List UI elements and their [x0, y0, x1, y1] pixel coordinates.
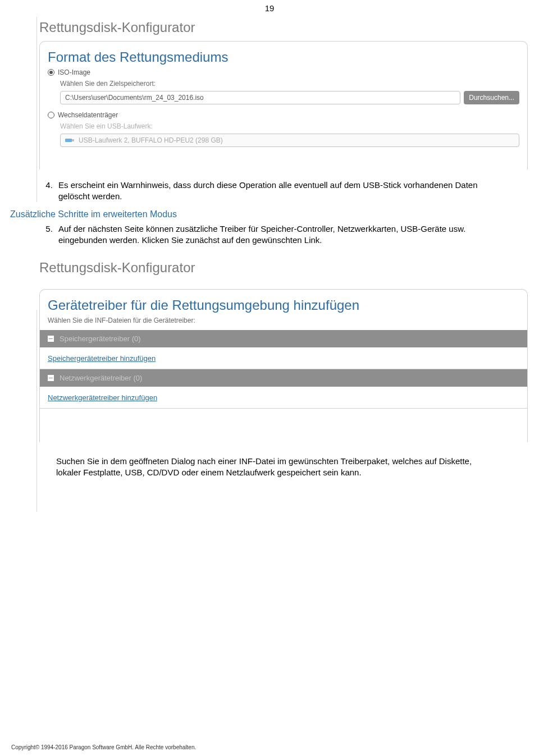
target-path-input[interactable]: C:\Users\user\Documents\rm_24_03_2016.is…	[60, 91, 460, 104]
network-driver-group-header[interactable]: Netzwerkgerätetreiber (0)	[40, 369, 527, 387]
post-instruction-text: Suchen Sie in dem geöffneten Dialog nach…	[56, 456, 494, 479]
decorative-rule	[36, 310, 37, 512]
window-title-2: Rettungsdisk-Konfigurator	[0, 251, 539, 281]
step-5: Auf der nächsten Seite können zusätzlich…	[55, 223, 494, 246]
collapse-icon	[48, 336, 54, 342]
add-network-driver-link[interactable]: Netzwerkgerätetreiber hinzufügen	[48, 393, 157, 402]
window-title-1: Rettungsdisk-Konfigurator	[0, 16, 539, 41]
list-item: Netzwerkgerätetreiber hinzufügen	[40, 387, 527, 409]
network-driver-group-label: Netzwerkgerätetreiber (0)	[60, 374, 142, 382]
instruction-block: Es erscheint ein Warnhinweis, dass durch…	[45, 180, 494, 246]
collapse-icon	[48, 375, 54, 381]
radio-iso-image[interactable]: ISO-Image	[48, 68, 519, 76]
usb-select-label: Wählen Sie ein USB-Laufwerk:	[60, 122, 519, 130]
driver-heading: Gerätetreiber für die Rettungsumgebung h…	[40, 297, 527, 313]
add-storage-driver-link[interactable]: Speichergerätetreiber hinzufügen	[48, 354, 156, 363]
browse-button[interactable]: Durchsuchen...	[464, 91, 519, 104]
svg-rect-1	[72, 139, 74, 141]
driver-subtext: Wählen Sie die INF-Dateien für die Gerät…	[40, 317, 527, 324]
svg-rect-0	[65, 139, 72, 142]
format-panel: Format des Rettungsmediums ISO-Image Wäh…	[39, 41, 528, 169]
storage-driver-group-header[interactable]: Speichergerätetreiber (0)	[40, 330, 527, 347]
step-4: Es erscheint ein Warnhinweis, dass durch…	[55, 180, 494, 203]
page-number: 19	[0, 0, 539, 16]
list-item: Speichergerätetreiber hinzufügen	[40, 347, 527, 369]
radio-removable[interactable]: Wechseldatenträger	[48, 111, 519, 119]
radio-removable-label: Wechseldatenträger	[58, 111, 118, 119]
advanced-mode-heading: Zusätzliche Schritte im erweiterten Modu…	[10, 208, 494, 221]
usb-drive-icon	[65, 138, 75, 143]
decorative-rule	[36, 17, 37, 202]
driver-panel: Gerätetreiber für die Rettungsumgebung h…	[39, 289, 528, 442]
format-heading: Format des Rettungsmediums	[48, 49, 519, 65]
radio-icon	[48, 69, 54, 76]
radio-iso-label: ISO-Image	[58, 68, 90, 76]
radio-icon	[48, 112, 54, 118]
usb-drive-value: USB-Laufwerk 2, BUFFALO HD-PEU2 (298 GB)	[79, 136, 223, 144]
copyright-footer: Copyright© 1994-2016 Paragon Software Gm…	[11, 744, 196, 750]
storage-driver-group-label: Speichergerätetreiber (0)	[60, 335, 141, 343]
target-location-label: Wählen Sie den Zielspeicherort:	[60, 80, 519, 88]
usb-drive-select: USB-Laufwerk 2, BUFFALO HD-PEU2 (298 GB)	[60, 134, 519, 147]
